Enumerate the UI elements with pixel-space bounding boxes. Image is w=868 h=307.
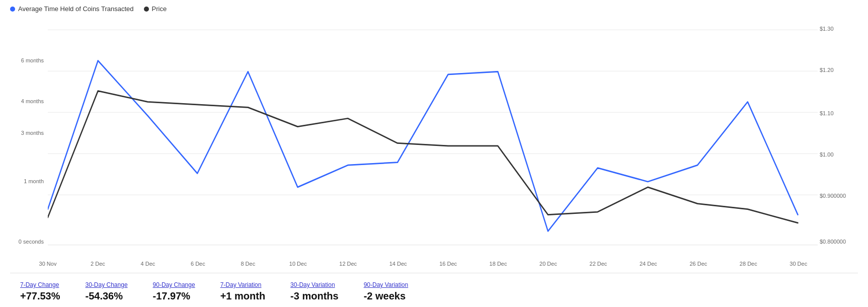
stat-value-90day-variation: -2 weeks bbox=[364, 290, 409, 302]
stat-30day-change: 30-Day Change -54.36% bbox=[86, 281, 128, 302]
x-label-6dec: 6 Dec bbox=[191, 261, 205, 267]
x-label-30nov: 30 Nov bbox=[39, 261, 57, 267]
stat-label-90day-change[interactable]: 90-Day Change bbox=[153, 281, 195, 288]
x-label-24dec: 24 Dec bbox=[640, 261, 657, 267]
y-label-right-110: $1.10 bbox=[820, 110, 834, 116]
y-label-right-120: $1.20 bbox=[820, 67, 834, 73]
legend-item-dark: Price bbox=[144, 5, 167, 13]
x-label-4dec: 4 Dec bbox=[141, 261, 155, 267]
stat-value-30day-change: -54.36% bbox=[86, 290, 128, 302]
stat-label-7day-variation[interactable]: 7-Day Variation bbox=[220, 281, 265, 288]
blue-line bbox=[48, 60, 798, 231]
y-label-right-080: $0.800000 bbox=[820, 239, 846, 245]
chart-container: Average Time Held of Coins Transacted Pr… bbox=[0, 0, 868, 307]
y-label-right-130: $1.30 bbox=[820, 26, 834, 32]
legend: Average Time Held of Coins Transacted Pr… bbox=[10, 5, 858, 13]
dark-dot bbox=[144, 7, 149, 12]
y-label-right-090: $0.900000 bbox=[820, 193, 846, 199]
stat-label-7day-change[interactable]: 7-Day Change bbox=[20, 281, 60, 288]
stat-label-90day-variation[interactable]: 90-Day Variation bbox=[364, 281, 409, 288]
x-label-10dec: 10 Dec bbox=[289, 261, 307, 267]
x-label-14dec: 14 Dec bbox=[389, 261, 407, 267]
stat-value-90day-change: -17.97% bbox=[153, 290, 195, 302]
blue-dot bbox=[10, 7, 15, 12]
x-label-30dec: 30 Dec bbox=[790, 261, 807, 267]
y-label-0seconds: 0 seconds bbox=[19, 239, 44, 245]
stat-value-30day-variation: -3 months bbox=[290, 290, 339, 302]
x-label-18dec: 18 Dec bbox=[490, 261, 507, 267]
x-label-26dec: 26 Dec bbox=[689, 261, 707, 267]
stat-label-30day-variation[interactable]: 30-Day Variation bbox=[290, 281, 339, 288]
stat-value-7day-change: +77.53% bbox=[20, 290, 60, 302]
x-label-20dec: 20 Dec bbox=[539, 261, 557, 267]
x-label-12dec: 12 Dec bbox=[339, 261, 357, 267]
y-label-1month: 1 month bbox=[24, 178, 44, 184]
x-labels: 30 Nov 2 Dec 4 Dec 6 Dec 8 Dec 10 Dec 12… bbox=[48, 261, 818, 271]
stat-30day-variation: 30-Day Variation -3 months bbox=[290, 281, 339, 302]
x-label-22dec: 22 Dec bbox=[590, 261, 607, 267]
stat-label-30day-change[interactable]: 30-Day Change bbox=[86, 281, 128, 288]
stat-90day-change: 90-Day Change -17.97% bbox=[153, 281, 195, 302]
y-axis-right: $1.30 $1.20 $1.10 $1.00 $0.900000 $0.800… bbox=[818, 17, 858, 259]
chart-svg bbox=[48, 17, 818, 259]
svg-container bbox=[48, 17, 818, 259]
x-label-8dec: 8 Dec bbox=[241, 261, 255, 267]
x-label-2dec: 2 Dec bbox=[91, 261, 105, 267]
x-label-16dec: 16 Dec bbox=[439, 261, 457, 267]
y-label-right-100: $1.00 bbox=[820, 151, 834, 158]
y-axis-left: 6 months 4 months 3 months 1 month 0 sec… bbox=[10, 17, 48, 259]
y-label-4months: 4 months bbox=[21, 98, 44, 104]
stat-value-7day-variation: +1 month bbox=[220, 290, 265, 302]
stat-7day-change: 7-Day Change +77.53% bbox=[20, 281, 60, 302]
price-line bbox=[48, 91, 798, 223]
stat-7day-variation: 7-Day Variation +1 month bbox=[220, 281, 265, 302]
stats-area: 7-Day Change +77.53% 30-Day Change -54.3… bbox=[10, 273, 858, 307]
x-axis-area: 30 Nov 2 Dec 4 Dec 6 Dec 8 Dec 10 Dec 12… bbox=[48, 259, 818, 271]
legend-item-blue: Average Time Held of Coins Transacted bbox=[10, 5, 134, 13]
y-label-3months: 3 months bbox=[21, 130, 44, 136]
y-label-6months: 6 months bbox=[21, 57, 44, 63]
stat-90day-variation: 90-Day Variation -2 weeks bbox=[364, 281, 409, 302]
legend-label-blue: Average Time Held of Coins Transacted bbox=[18, 5, 134, 13]
chart-area: 6 months 4 months 3 months 1 month 0 sec… bbox=[10, 17, 858, 259]
x-label-28dec: 28 Dec bbox=[740, 261, 757, 267]
legend-label-dark: Price bbox=[152, 5, 167, 13]
